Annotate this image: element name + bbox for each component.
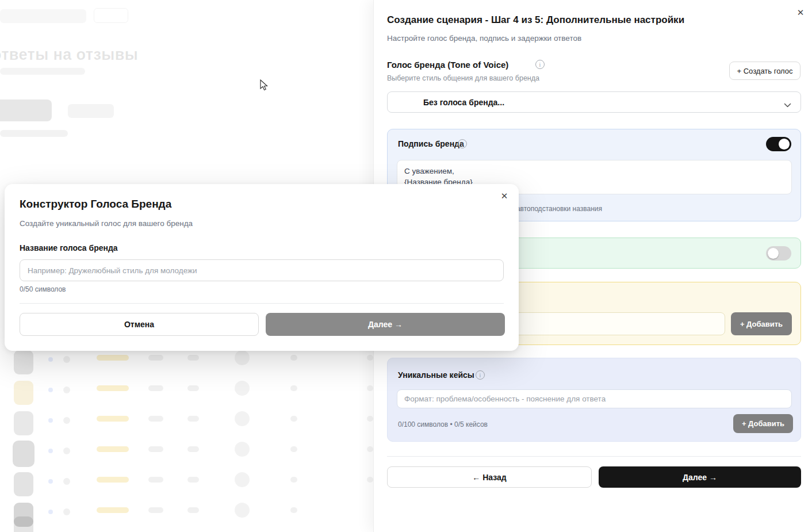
next-button[interactable]: Далее → — [599, 466, 801, 488]
unique-cases-label: Уникальные кейсы — [398, 370, 474, 380]
close-icon[interactable]: ✕ — [794, 6, 807, 19]
add-button[interactable]: + Добавить — [731, 312, 792, 335]
bg-skeleton-text — [0, 130, 68, 137]
bg-table-row — [0, 499, 373, 530]
bg-skeleton-tab — [68, 104, 114, 118]
bg-skeleton-button — [94, 8, 128, 23]
bg-table-row — [0, 377, 373, 408]
close-icon[interactable]: ✕ — [498, 190, 511, 202]
bg-page-heading: ответы на отзывы — [0, 46, 138, 64]
brand-voice-selected-value: Без голоса бренда... — [423, 98, 504, 107]
bg-skeleton-tab-active — [0, 99, 52, 121]
signature-label: Подпись бренда — [398, 139, 464, 148]
bg-table-row — [0, 438, 373, 469]
modal-subtitle: Создайте уникальный голос для вашего бре… — [20, 219, 193, 228]
bg-table-row — [0, 469, 373, 499]
unique-cases-card: Уникальные кейсы 0/100 символов • 0/5 ке… — [387, 358, 801, 442]
chevron-down-icon — [784, 100, 791, 110]
unique-cases-counter: 0/100 символов • 0/5 кейсов — [398, 420, 488, 428]
cancel-button[interactable]: Отмена — [20, 313, 259, 336]
voice-name-input[interactable] — [20, 259, 504, 281]
bg-skeleton-avatar — [14, 516, 33, 532]
info-icon — [476, 370, 485, 380]
bg-skeleton-subtitle — [0, 68, 85, 75]
unique-cases-input[interactable] — [397, 389, 792, 408]
drawer-subtitle: Настройте голос бренда, подпись и задерж… — [387, 34, 581, 43]
tone-of-voice-hint: Выберите стиль общения для вашего бренда — [387, 74, 539, 82]
toggle-knob — [779, 139, 790, 150]
bg-skeleton-badge — [0, 9, 86, 23]
green-section-toggle[interactable] — [766, 246, 791, 261]
voice-name-label: Название голоса бренда — [20, 243, 118, 252]
back-button[interactable]: ← Назад — [387, 466, 592, 488]
signature-toggle[interactable] — [766, 137, 791, 151]
footer-divider — [387, 456, 801, 457]
drawer-title: Создание сценария - Шаг 4 из 5: Дополнит… — [387, 14, 684, 26]
modal-next-button-disabled[interactable]: Далее → — [266, 313, 505, 336]
info-icon — [535, 60, 545, 69]
modal-divider — [20, 303, 504, 304]
bg-table-row — [0, 347, 373, 377]
add-case-button[interactable]: + Добавить — [733, 414, 793, 433]
info-icon — [458, 139, 467, 148]
toggle-knob — [768, 248, 779, 259]
voice-name-counter: 0/50 символов — [20, 285, 66, 293]
brand-voice-constructor-modal: ✕ Конструктор Голоса Бренда Создайте уни… — [5, 184, 519, 351]
create-voice-button[interactable]: + Создать голос — [729, 62, 800, 80]
brand-voice-select[interactable]: Без голоса бренда... — [387, 91, 801, 113]
modal-title: Конструктор Голоса Бренда — [20, 198, 171, 210]
tone-of-voice-label: Голос бренда (Tone of Voice) — [387, 60, 508, 70]
bg-table-row — [0, 408, 373, 438]
